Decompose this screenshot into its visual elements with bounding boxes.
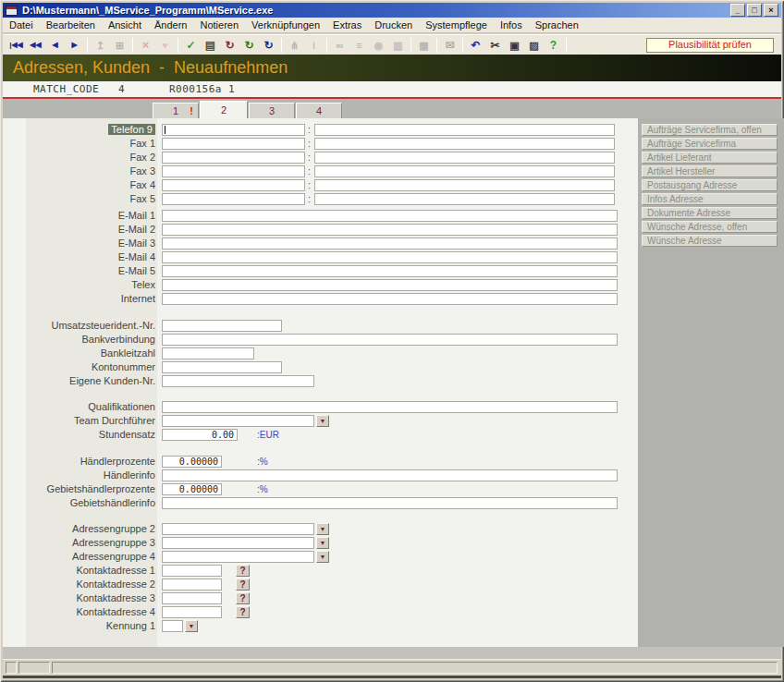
help-icon[interactable]: ? — [544, 37, 563, 54]
field-telefon-9[interactable] — [162, 124, 305, 136]
adressengruppe-2-dropdown-button[interactable]: ▼ — [316, 523, 329, 535]
field-team-durchfuhrer[interactable] — [162, 415, 314, 427]
field-qualifikationen[interactable] — [162, 401, 618, 413]
menu-item-andern[interactable]: Ändern — [148, 18, 193, 32]
kontaktadresse-2-lookup-button[interactable]: ? — [236, 578, 250, 591]
undo-icon[interactable]: ↶ — [466, 37, 485, 54]
maximize-button[interactable]: □ — [747, 4, 762, 17]
field-e-mail-3[interactable] — [162, 237, 618, 250]
side-button-infos-adresse[interactable]: Infos Adresse — [642, 193, 778, 205]
tab-2[interactable]: 2 — [200, 101, 248, 118]
field-gebietshandlerinfo[interactable] — [162, 497, 618, 509]
field-kontaktadresse-4[interactable] — [162, 606, 222, 618]
menu-item-ansicht[interactable]: Ansicht — [102, 18, 148, 32]
cut-icon[interactable]: ✂ — [485, 37, 505, 54]
adressengruppe-4-dropdown-button[interactable]: ▼ — [316, 551, 329, 563]
field-kontaktadresse-2[interactable] — [162, 578, 222, 591]
form-row-kontaktadresse-2: Kontaktadresse 2? — [3, 578, 638, 591]
side-button-postausgang-adresse[interactable]: Postausgang Adresse — [642, 179, 778, 191]
refresh-green-icon[interactable]: ↻ — [239, 37, 259, 54]
field-adressengruppe-2[interactable] — [162, 523, 314, 535]
side-button-wunsche-adresse-offen[interactable]: Wünsche Adresse, offen — [642, 221, 778, 233]
fields-kontaktadresse-3: ? — [162, 592, 638, 604]
side-button-artikel-lieferant[interactable]: Artikel Lieferant — [642, 152, 778, 164]
field-umsatzsteuerident-nr[interactable] — [162, 320, 282, 332]
field-fax-3[interactable] — [162, 165, 305, 177]
field-kontaktadresse-1[interactable] — [162, 565, 222, 577]
tab-4[interactable]: 4 — [296, 103, 342, 118]
field-bankleitzahl[interactable] — [162, 347, 254, 359]
label-text: Kontaktadresse 4 — [76, 606, 155, 617]
label-fax-1: Fax 1 — [3, 138, 155, 150]
validate-icon[interactable]: ✓ — [181, 37, 201, 54]
toolbar-separator — [566, 38, 567, 53]
side-button-wunsche-adresse[interactable]: Wünsche Adresse — [642, 235, 778, 247]
field-fax-4-2[interactable] — [314, 179, 615, 191]
field-e-mail-1[interactable] — [162, 210, 618, 222]
side-button-dokumente-adresse[interactable]: Dokumente Adresse — [642, 207, 778, 219]
field-internet[interactable] — [162, 293, 618, 305]
field-kennung-1[interactable] — [162, 620, 183, 632]
copy-icon[interactable]: ▣ — [505, 37, 524, 54]
side-button-auftrage-servicefirma-offen[interactable]: Aufträge Servicefirma, offen — [642, 124, 778, 136]
next-record-icon[interactable]: ▶ — [65, 37, 84, 54]
field-handlerinfo[interactable] — [162, 469, 618, 481]
menu-item-drucken[interactable]: Drucken — [368, 18, 419, 32]
menu-item-verknupfungen[interactable]: Verknüpfungen — [245, 18, 326, 32]
tab-1[interactable]: 1! — [153, 103, 199, 118]
field-stundensatz[interactable] — [162, 429, 238, 441]
field-fax-3-2[interactable] — [314, 165, 615, 177]
field-fax-5[interactable] — [162, 193, 305, 205]
field-e-mail-4[interactable] — [162, 251, 618, 263]
field-adressengruppe-3[interactable] — [162, 537, 314, 549]
menu-item-systempflege[interactable]: Systempflege — [419, 18, 494, 32]
minimize-button[interactable]: _ — [730, 4, 745, 17]
field-e-mail-2[interactable] — [162, 224, 618, 236]
kontaktadresse-3-lookup-button[interactable]: ? — [236, 592, 250, 604]
fields-fax-3: : — [162, 165, 638, 177]
menu-item-infos[interactable]: Infos — [494, 18, 529, 32]
field-fax-5-2[interactable] — [314, 193, 615, 205]
tab-3[interactable]: 3 — [249, 103, 295, 118]
field-fax-1-2[interactable] — [314, 138, 615, 150]
field-bankverbindung[interactable] — [162, 334, 618, 346]
team-durchfuhrer-dropdown-button[interactable]: ▼ — [316, 415, 329, 427]
field-fax-2[interactable] — [162, 152, 305, 164]
kontaktadresse-4-lookup-button[interactable]: ? — [236, 606, 250, 618]
prev-record-icon[interactable]: ◀ — [45, 37, 65, 54]
side-button-auftrage-servicefirma[interactable]: Aufträge Servicefirma — [642, 138, 778, 150]
label-text: E-Mail 5 — [118, 265, 155, 276]
field-fax-2-2[interactable] — [314, 152, 615, 164]
side-button-artikel-hersteller[interactable]: Artikel Hersteller — [642, 165, 778, 177]
fast-prev-icon[interactable]: ◀◀ — [26, 37, 45, 54]
status-cell-2 — [18, 662, 50, 674]
menu-item-notieren[interactable]: Notieren — [193, 18, 245, 32]
menu-item-extras[interactable]: Extras — [326, 18, 368, 32]
form-properties-icon[interactable]: ▤ — [201, 37, 220, 54]
menu-item-datei[interactable]: Datei — [3, 18, 40, 32]
field-telex[interactable] — [162, 279, 618, 291]
kennung-1-dropdown-button[interactable]: ▼ — [185, 620, 198, 632]
field-kontaktadresse-3[interactable] — [162, 592, 222, 604]
field-kontonummer[interactable] — [162, 361, 282, 373]
kontaktadresse-1-lookup-button[interactable]: ? — [236, 565, 250, 577]
plausibility-check-button[interactable]: Plausibilität prüfen — [646, 38, 774, 53]
first-record-icon[interactable]: |◀◀ — [6, 37, 26, 54]
close-button[interactable]: × — [764, 4, 778, 17]
adressengruppe-3-dropdown-button[interactable]: ▼ — [316, 537, 329, 549]
field-fax-4[interactable] — [162, 179, 305, 191]
label-text: Kontaktadresse 1 — [76, 565, 155, 576]
refresh-red-icon[interactable]: ↻ — [220, 37, 239, 54]
label-text: Bankleitzahl — [101, 347, 155, 359]
menu-item-sprachen[interactable]: Sprachen — [529, 18, 585, 32]
field-gebietshandlerprozente[interactable] — [162, 483, 222, 495]
field-telefon-9-2[interactable] — [314, 124, 615, 136]
field-fax-1[interactable] — [162, 138, 305, 150]
paste-icon[interactable]: ▨ — [524, 37, 544, 54]
refresh-blue-icon[interactable]: ↻ — [259, 37, 278, 54]
menu-item-bearbeiten[interactable]: Bearbeiten — [40, 18, 102, 32]
field-adressengruppe-4[interactable] — [162, 551, 314, 563]
field-eigene-kunden-nr[interactable] — [162, 375, 314, 387]
field-handlerprozente[interactable] — [162, 456, 222, 468]
field-e-mail-5[interactable] — [162, 265, 618, 277]
